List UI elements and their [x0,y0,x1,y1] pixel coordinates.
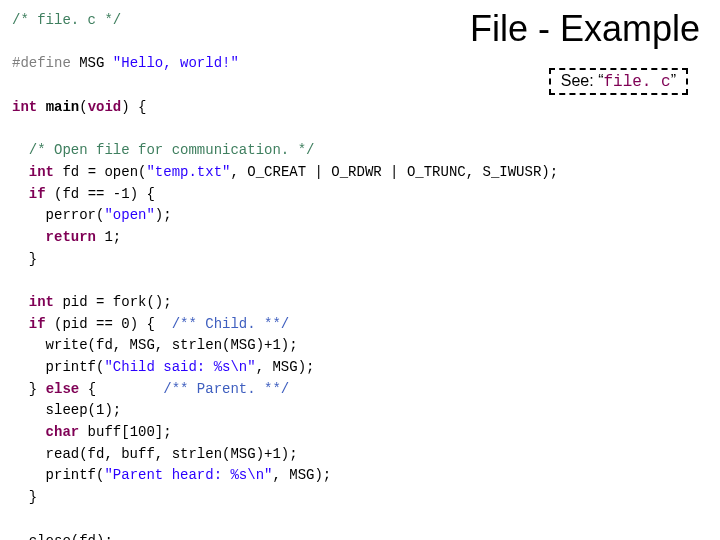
else-pre: } [29,381,46,397]
kw-int-pid: int [29,294,54,310]
kw-char: char [46,424,80,440]
fd-decl: fd = open( [54,164,146,180]
kw-else: else [46,381,80,397]
slide: File - Example See: “file. c” /* file. c… [0,0,720,540]
doc-child: /** Child. **/ [172,316,290,332]
close-call: close(fd); [29,533,113,541]
comment-open-file: /* Open file for communication. */ [29,142,315,158]
define-directive: #define [12,55,79,71]
perror-post: ); [155,207,172,223]
pid-decl: pid = fork(); [54,294,172,310]
comment-file-header: /* file. c */ [12,12,121,28]
str-parent-heard: "Parent heard: %s\n" [104,467,272,483]
define-macro-value: "Hello, world!" [113,55,239,71]
brace-close-2: } [29,489,37,505]
see-filename: file. c [603,73,670,91]
see-prefix: See: [561,72,598,89]
kw-return-1: return [46,229,96,245]
printf-parent-post: , MSG); [272,467,331,483]
printf-parent-pre: printf( [46,467,105,483]
read-call: read(fd, buff, strlen(MSG)+1); [46,446,298,462]
sleep-call: sleep(1); [46,402,122,418]
open-flags: , O_CREAT | O_RDWR | O_TRUNC, S_IWUSR); [230,164,558,180]
printf-child-post: , MSG); [256,359,315,375]
fd-check: (fd == -1) { [46,186,155,202]
pid-check: (pid == 0) { [46,316,172,332]
see-reference-box: See: “file. c” [549,68,688,95]
str-child-said: "Child said: %s\n" [104,359,255,375]
buff-decl: buff[100]; [79,424,171,440]
return-1-val: 1; [96,229,121,245]
printf-child-pre: printf( [46,359,105,375]
see-rquote: ” [671,72,676,89]
kw-void: void [88,99,122,115]
kw-if-fd: if [29,186,46,202]
code-block: /* file. c */ #define MSG "Hello, world!… [12,10,558,540]
write-call: write(fd, MSG, strlen(MSG)+1); [46,337,298,353]
doc-parent: /** Parent. **/ [163,381,289,397]
kw-int-fd: int [29,164,54,180]
brace-close-1: } [29,251,37,267]
else-post: { [79,381,163,397]
kw-if-pid: if [29,316,46,332]
kw-int-main: int [12,99,37,115]
perror-pre: perror( [46,207,105,223]
str-temp-txt: "temp.txt" [146,164,230,180]
fn-main: main [46,99,80,115]
define-macro-name: MSG [79,55,113,71]
str-open: "open" [104,207,154,223]
